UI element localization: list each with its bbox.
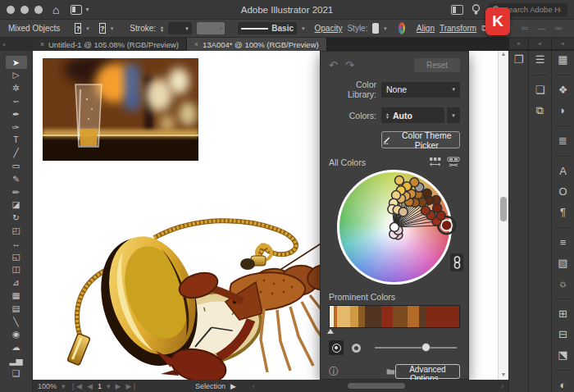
scroll-left-icon[interactable]: ‹: [253, 382, 255, 390]
prominent-colors-bar[interactable]: [329, 305, 460, 328]
zoom-level[interactable]: 100%: [38, 382, 57, 390]
brush-definition-dropdown[interactable]: Basic: [238, 22, 297, 34]
prominent-color-segment[interactable]: [419, 306, 426, 327]
reset-button[interactable]: Reset: [414, 58, 460, 72]
vertical-scroll-thumb[interactable]: [500, 197, 507, 221]
workspace-layout-icon[interactable]: [71, 5, 82, 15]
zoom-window-icon[interactable]: [34, 6, 43, 14]
chevron-down-icon[interactable]: ▾: [111, 25, 114, 32]
asset-export-panel-icon[interactable]: ⧉: [529, 100, 551, 121]
tab-scroll-chevrons[interactable]: »: [0, 38, 33, 51]
variable-width-profile-dropdown[interactable]: ▾: [197, 22, 225, 34]
shape-builder-tool[interactable]: ◫: [6, 263, 27, 276]
search-input[interactable]: [503, 5, 561, 14]
opacity-link[interactable]: Opacity: [315, 24, 343, 33]
scroll-right-icon[interactable]: ›: [501, 382, 503, 390]
direct-selection-tool[interactable]: ▷: [6, 69, 27, 82]
prominent-color-segment[interactable]: [381, 306, 393, 327]
align-link[interactable]: Align: [417, 24, 435, 33]
column-graph-tool[interactable]: ▂▅: [6, 353, 27, 367]
artboard-tool[interactable]: ❏: [6, 367, 27, 380]
selection-tool[interactable]: ➤: [6, 56, 27, 69]
chevron-down-icon[interactable]: ▾: [302, 25, 305, 32]
recolor-artwork-icon[interactable]: [399, 22, 405, 34]
lobster-watch-artwork[interactable]: [57, 205, 354, 384]
prominent-color-segment[interactable]: [365, 306, 382, 327]
chevron-down-icon[interactable]: ▾: [86, 25, 89, 32]
color-theme-picker-button[interactable]: Color Theme Picker: [381, 131, 460, 148]
home-icon[interactable]: ⌂: [52, 4, 59, 16]
beer-photo[interactable]: [43, 58, 198, 161]
chevron-down-icon[interactable]: ▾: [384, 25, 387, 32]
slider-knob[interactable]: [421, 343, 430, 352]
link-harmony-colors-button[interactable]: [450, 253, 463, 271]
prominent-colors-handle[interactable]: [327, 329, 334, 334]
undo-icon[interactable]: ↶: [329, 59, 345, 71]
canvas[interactable]: ↶ ↷ Reset Color Library: None▾ Colors: ▴…: [33, 51, 508, 392]
document-tab[interactable]: ×13A004* @ 100% (RGB/Preview): [187, 38, 327, 51]
wheel-marker[interactable]: [422, 189, 431, 198]
character-panel-icon[interactable]: A: [552, 161, 574, 181]
color-wheel-markers[interactable]: [330, 163, 458, 291]
prominent-color-segment[interactable]: [350, 306, 358, 327]
advanced-options-button[interactable]: Advanced Options...: [395, 364, 460, 379]
libraries-panel-icon[interactable]: ❐: [509, 49, 528, 70]
status-play-icon[interactable]: ▶: [230, 382, 236, 390]
window-controls[interactable]: [7, 6, 43, 14]
opentype-panel-icon[interactable]: O: [552, 181, 574, 202]
eraser-tool[interactable]: ◪: [6, 198, 27, 212]
colors-stepper[interactable]: ▴▾: [386, 112, 389, 119]
color-panel-icon[interactable]: ❖: [552, 80, 574, 100]
magic-wand-tool[interactable]: ✲: [6, 82, 27, 95]
line-segment-tool[interactable]: ╱: [6, 147, 27, 160]
stroke-weight-field[interactable]: ▾: [168, 22, 192, 34]
lightbulb-icon[interactable]: [472, 4, 481, 16]
prominent-color-segment[interactable]: [393, 306, 407, 327]
wheel-marker[interactable]: [390, 223, 399, 232]
chevron-down-icon[interactable]: ▾: [85, 6, 89, 13]
transparency-panel-icon[interactable]: ◐: [552, 375, 574, 392]
k-badge[interactable]: K: [485, 7, 510, 35]
blend-tool[interactable]: ◉: [6, 328, 27, 341]
first-artboard-icon[interactable]: ❘◀: [71, 382, 82, 390]
color-wheel[interactable]: [337, 170, 452, 285]
wheel-marker[interactable]: [421, 206, 430, 215]
swatches-panel-icon[interactable]: ▦: [552, 49, 574, 70]
color-guide-panel-icon[interactable]: ◗: [552, 100, 574, 121]
scale-tool[interactable]: ◰: [6, 224, 27, 237]
stroke-panel-icon[interactable]: ≡: [552, 232, 574, 253]
artboard-number[interactable]: 1: [98, 382, 102, 390]
stroke-swatch[interactable]: ?: [99, 23, 106, 34]
scroll-up-icon[interactable]: ▲: [501, 51, 507, 59]
scroll-down-icon[interactable]: ▼: [501, 371, 507, 380]
info-icon[interactable]: ⓘ: [329, 365, 339, 379]
wheel-marker[interactable]: [394, 176, 403, 185]
folder-icon[interactable]: [386, 367, 395, 376]
rotate-tool[interactable]: ↻: [6, 212, 27, 225]
redo-icon[interactable]: ↷: [345, 59, 362, 71]
type-tool[interactable]: T: [6, 134, 27, 147]
arrange-documents-icon[interactable]: [451, 5, 463, 15]
close-window-icon[interactable]: [7, 6, 15, 14]
document-tab[interactable]: ×Untitled-1 @ 105.08% (RGB/Preview): [33, 38, 187, 51]
width-tool[interactable]: ↔: [6, 237, 27, 250]
layers-panel-icon[interactable]: ≣: [552, 130, 574, 151]
transform-link[interactable]: Transform: [440, 24, 476, 33]
stroke-weight-stepper[interactable]: ▴▾: [161, 25, 163, 32]
prominent-color-segment[interactable]: [408, 306, 419, 327]
appearance-panel-icon[interactable]: ☼: [552, 273, 574, 294]
rectangle-tool[interactable]: ▭: [6, 159, 27, 172]
brightness-slider[interactable]: [375, 340, 460, 355]
pen-tool[interactable]: ✒: [6, 107, 27, 121]
lasso-tool[interactable]: ∽: [6, 94, 27, 107]
paintbrush-tool[interactable]: ✎: [6, 172, 27, 185]
previous-artboard-icon[interactable]: ◀: [87, 382, 93, 390]
perspective-grid-tool[interactable]: ⊿: [6, 276, 27, 289]
prominent-color-segment[interactable]: [337, 306, 350, 327]
symbol-sprayer-tool[interactable]: ☁: [6, 341, 27, 354]
minimize-window-icon[interactable]: [20, 6, 29, 14]
zoom-dropdown-icon[interactable]: ▾: [61, 382, 66, 390]
prominent-color-segment[interactable]: [358, 306, 365, 327]
collapse-dock-icon[interactable]: «: [509, 38, 528, 49]
horizontal-scroll-thumb[interactable]: [348, 383, 405, 389]
